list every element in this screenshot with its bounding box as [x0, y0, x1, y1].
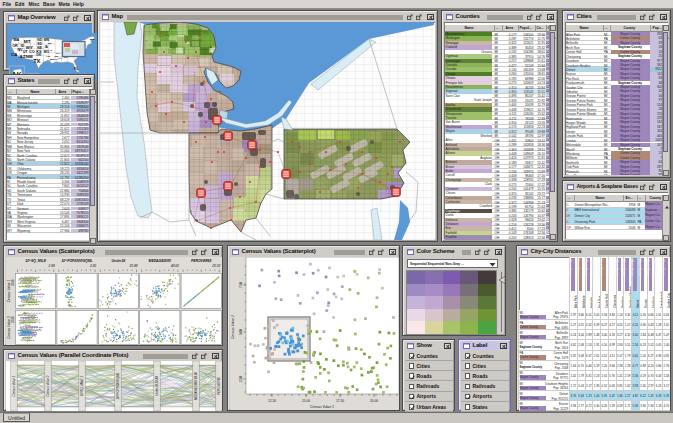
- svg-text:Census Value 2: Census Value 2: [46, 375, 50, 396]
- svg-text:MO: MO: [43, 49, 49, 53]
- svg-text:MEDAGE2000: MEDAGE2000: [149, 259, 172, 263]
- svg-text:Under18: Under18: [112, 259, 126, 263]
- svg-text:7.50: 7.50: [239, 281, 243, 287]
- svg-text:TX: TX: [33, 58, 41, 63]
- svg-text:2.50: 2.50: [239, 375, 243, 381]
- svg-text:IL: IL: [49, 48, 52, 52]
- svg-text:PEROVER65: PEROVER65: [191, 259, 211, 263]
- svg-text:WI: WI: [47, 41, 51, 45]
- svg-text:ID: ID: [20, 43, 24, 47]
- svg-text:12.50: 12.50: [268, 399, 276, 403]
- svg-text:OR: OR: [12, 43, 18, 47]
- svg-text:FL: FL: [74, 66, 78, 70]
- svg-text:CO: CO: [28, 49, 34, 53]
- svg-text:Census Value 2: Census Value 2: [231, 314, 235, 338]
- svg-text:Census Value 1: Census Value 1: [310, 405, 334, 409]
- svg-text:20.02: 20.02: [211, 264, 220, 268]
- svg-text:Census Value 2: Census Value 2: [7, 316, 11, 339]
- svg-text:GA: GA: [58, 56, 62, 60]
- svg-text:PEROVER65: PEROVER65: [217, 376, 221, 394]
- svg-text:10^SQ_MILE 1: 10^SQ_MILE 1: [80, 375, 84, 396]
- svg-text:10^POP2000/SQML: 10^POP2000/SQML: [116, 372, 120, 399]
- svg-text:5.00: 5.00: [239, 328, 243, 334]
- svg-text:15.00: 15.00: [302, 399, 310, 403]
- svg-text:AR: AR: [45, 54, 50, 58]
- svg-text:2.30: 2.30: [89, 264, 96, 268]
- svg-text:OK: OK: [36, 53, 42, 57]
- svg-text:ME: ME: [89, 37, 94, 41]
- svg-text:20.88: 20.88: [11, 278, 15, 285]
- svg-text:WA: WA: [13, 38, 20, 42]
- svg-text:Under18 20.88: Under18 20.88: [155, 375, 159, 395]
- svg-text:17.50: 17.50: [336, 399, 344, 403]
- svg-text:MEDAGE2000 38.00: MEDAGE2000 38.00: [194, 371, 198, 399]
- svg-text:10^POP2000/SQML: 10^POP2000/SQML: [61, 259, 92, 263]
- svg-text:20.88: 20.88: [129, 264, 138, 268]
- svg-text:Census Value 1: Census Value 1: [12, 375, 16, 396]
- svg-text:MT: MT: [23, 39, 30, 43]
- svg-text:Census Value 1: Census Value 1: [7, 279, 11, 302]
- svg-text:40.00: 40.00: [171, 264, 179, 268]
- svg-text:10^SQ_MILE: 10^SQ_MILE: [25, 259, 46, 263]
- svg-text:CA: CA: [11, 52, 17, 56]
- svg-text:20.00: 20.00: [370, 399, 378, 403]
- svg-text:2.88: 2.88: [47, 264, 54, 268]
- svg-text:20.88: 20.88: [11, 315, 15, 322]
